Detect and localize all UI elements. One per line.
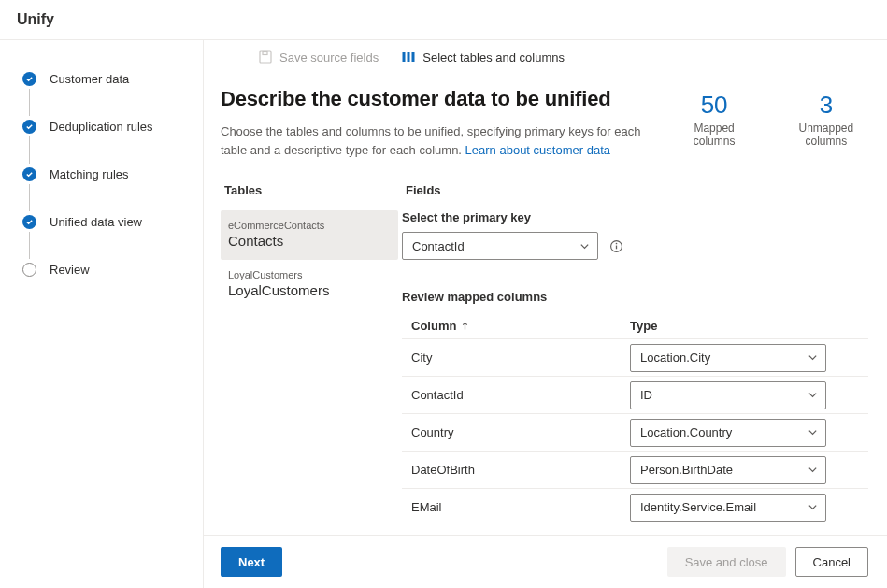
mapped-count: 50 — [678, 91, 750, 120]
save-source-fields-action: Save source fields — [258, 50, 379, 65]
step-label: Unified data view — [50, 215, 142, 229]
type-select[interactable]: Location.City — [630, 344, 826, 372]
table-source: LoyalCustomers — [228, 269, 387, 280]
table-name: Contacts — [228, 233, 387, 249]
tables-header: Tables — [221, 183, 398, 197]
page-description: Choose the tables and columns to be unif… — [221, 122, 659, 159]
unmapped-count: 3 — [784, 91, 868, 120]
chevron-down-icon — [808, 502, 818, 512]
type-value: ID — [640, 388, 652, 402]
footer: Next Save and close Cancel — [204, 535, 887, 588]
select-tables-label: Select tables and columns — [422, 50, 565, 65]
primary-key-label: Select the primary key — [402, 210, 868, 224]
tables-column: Tables eCommerceContactsContactsLoyalCus… — [221, 183, 398, 525]
fields-header: Fields — [402, 183, 868, 197]
table-row: CityLocation.City — [402, 338, 868, 376]
save-and-close-button: Save and close — [667, 547, 786, 577]
type-select[interactable]: Person.BirthDate — [630, 456, 826, 484]
column-name: DateOfBirth — [402, 463, 630, 477]
column-name: ContactId — [402, 388, 630, 402]
table-name: LoyalCustomers — [228, 282, 387, 298]
step-unified-data-view[interactable]: Unified data view — [22, 215, 188, 263]
check-icon — [22, 120, 36, 134]
table-item-contacts[interactable]: eCommerceContactsContacts — [221, 210, 398, 260]
svg-rect-3 — [408, 52, 410, 62]
table-item-loyalcustomers[interactable]: LoyalCustomersLoyalCustomers — [221, 260, 398, 309]
columns-icon — [401, 50, 416, 65]
scroll-area: Save source fields Select tables and col… — [204, 40, 887, 535]
type-select[interactable]: ID — [630, 381, 826, 409]
info-icon[interactable] — [609, 239, 623, 253]
column-header[interactable]: Column — [402, 319, 630, 333]
mapped-label: Mapped columns — [678, 122, 750, 148]
save-source-fields-label: Save source fields — [279, 50, 379, 65]
chevron-down-icon — [808, 390, 818, 400]
grid-header: Column Type — [402, 313, 868, 338]
circle-icon — [22, 263, 36, 277]
step-label: Matching rules — [50, 167, 129, 181]
unmapped-columns-stat: 3 Unmapped columns — [784, 91, 868, 148]
column-name: EMail — [402, 500, 630, 514]
table-row: ContactIdID — [402, 376, 868, 413]
app-header: Unify — [0, 0, 887, 40]
column-name: City — [402, 351, 630, 365]
sort-asc-icon — [461, 322, 469, 331]
svg-rect-2 — [403, 52, 406, 62]
step-customer-data[interactable]: Customer data — [22, 72, 188, 120]
primary-key-value: ContactId — [412, 239, 465, 253]
table-row: CountryLocation.Country — [402, 413, 868, 451]
chevron-down-icon — [808, 352, 818, 363]
table-source: eCommerceContacts — [228, 220, 387, 231]
svg-rect-4 — [412, 52, 415, 62]
cancel-button[interactable]: Cancel — [795, 547, 868, 577]
column-name: Country — [402, 425, 630, 439]
main-panel: Save source fields Select tables and col… — [204, 40, 887, 588]
check-icon — [22, 167, 36, 181]
chevron-down-icon — [579, 241, 590, 251]
type-select[interactable]: Location.Country — [630, 419, 826, 447]
page-title: Describe the customer data to be unified — [221, 87, 659, 111]
app-title: Unify — [17, 11, 54, 27]
select-tables-action[interactable]: Select tables and columns — [401, 50, 565, 65]
step-label: Deduplication rules — [50, 120, 153, 134]
primary-key-select[interactable]: ContactId — [402, 232, 598, 260]
check-icon — [22, 72, 36, 86]
step-review[interactable]: Review — [22, 263, 188, 277]
chevron-down-icon — [808, 427, 818, 437]
check-icon — [22, 215, 36, 229]
learn-link[interactable]: Learn about customer data — [465, 143, 610, 157]
step-matching-rules[interactable]: Matching rules — [22, 167, 188, 215]
type-header[interactable]: Type — [630, 319, 868, 333]
svg-rect-1 — [263, 52, 267, 55]
step-label: Customer data — [50, 72, 129, 86]
type-select[interactable]: Identity.Service.Email — [630, 494, 826, 522]
save-icon — [258, 50, 273, 65]
type-value: Location.City — [640, 351, 710, 365]
top-actions: Save source fields Select tables and col… — [221, 40, 868, 74]
unmapped-label: Unmapped columns — [784, 122, 868, 148]
step-label: Review — [50, 263, 90, 277]
type-value: Location.Country — [640, 425, 732, 439]
table-row: DateOfBirthPerson.BirthDate — [402, 451, 868, 488]
stats: 50 Mapped columns 3 Unmapped columns — [678, 91, 868, 148]
svg-rect-0 — [260, 51, 271, 63]
next-button[interactable]: Next — [221, 547, 282, 577]
wizard-stepper: Customer dataDeduplication rulesMatching… — [0, 40, 204, 588]
mapped-columns-stat: 50 Mapped columns — [678, 91, 750, 148]
type-value: Identity.Service.Email — [640, 500, 756, 514]
svg-point-7 — [616, 242, 618, 244]
table-row: EMailIdentity.Service.Email — [402, 488, 868, 525]
type-value: Person.BirthDate — [640, 463, 733, 477]
chevron-down-icon — [808, 465, 818, 475]
step-deduplication-rules[interactable]: Deduplication rules — [22, 120, 188, 167]
review-mapped-label: Review mapped columns — [402, 290, 868, 304]
fields-column: Fields Select the primary key ContactId … — [398, 183, 868, 525]
